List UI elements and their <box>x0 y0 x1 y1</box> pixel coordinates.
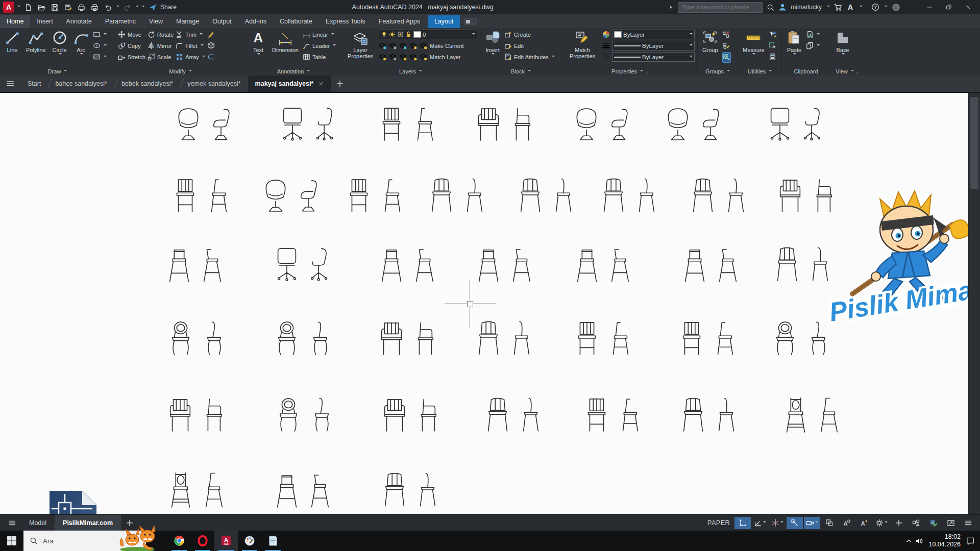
chair-block-arm[interactable] <box>377 319 436 359</box>
panel-label-properties[interactable]: Properties⌟ <box>562 67 697 76</box>
chair-block-stool[interactable] <box>680 245 739 285</box>
explode-button[interactable] <box>207 41 215 51</box>
ellipse-button[interactable] <box>93 41 107 51</box>
search-expand-caret-icon[interactable] <box>669 5 674 10</box>
plot-button[interactable] <box>76 2 87 13</box>
arc-button[interactable]: Arc <box>71 30 91 67</box>
layer-lock-icon[interactable] <box>409 42 417 49</box>
layer-freeze2-icon[interactable] <box>399 53 407 61</box>
ribbon-tab-layout[interactable]: Layout <box>428 15 460 28</box>
taskbar-app-autocad[interactable]: ACAD <box>214 531 238 551</box>
table-button[interactable]: Table <box>303 52 336 62</box>
start-button[interactable] <box>0 531 23 551</box>
user-avatar-icon[interactable] <box>778 3 787 11</box>
panel-label-draw[interactable]: Draw <box>0 67 115 76</box>
chair-block-stool[interactable] <box>572 245 631 285</box>
chair-block-slat[interactable] <box>474 319 533 359</box>
linear-button[interactable]: Linear <box>303 30 336 39</box>
help-icon[interactable]: ? <box>871 3 879 11</box>
share-label[interactable]: Share <box>160 4 177 11</box>
chair-block-stool[interactable] <box>164 245 224 285</box>
quick-calculator-button[interactable] <box>769 52 776 62</box>
layer-unisolate-icon[interactable] <box>389 42 397 49</box>
workspace-plus-button[interactable] <box>891 517 907 529</box>
copy-clip-button[interactable] <box>806 41 820 51</box>
autodesk-a-icon[interactable]: A <box>846 3 854 11</box>
ribbon-tab-view[interactable]: View <box>142 15 169 28</box>
taskbar-app-opera[interactable] <box>191 531 214 551</box>
ribbon-tab-featured-apps[interactable]: Featured Apps <box>372 15 427 28</box>
username-label[interactable]: mimarlucky <box>791 4 822 11</box>
edit-block-button[interactable]: Edit <box>504 41 555 51</box>
panel-label-block[interactable]: Block <box>480 67 561 76</box>
hatch-button[interactable] <box>93 52 107 62</box>
new-file-button[interactable] <box>22 2 34 13</box>
fillet-button[interactable]: Fillet <box>176 41 205 51</box>
view-expander-icon[interactable]: ⌟ <box>856 68 859 74</box>
chair-block-stool[interactable] <box>272 470 331 510</box>
chair-block-shell[interactable] <box>174 105 233 144</box>
chair-block-slat[interactable] <box>678 395 738 435</box>
chair-block-orn[interactable] <box>274 395 333 435</box>
chair-block-square[interactable] <box>582 395 641 435</box>
minimize-button[interactable] <box>922 1 937 13</box>
chair-block-square[interactable] <box>677 319 736 359</box>
rotate-button[interactable]: Rotate <box>148 30 174 39</box>
chair-block-orn[interactable] <box>770 319 829 359</box>
chair-block-arm[interactable] <box>380 395 439 435</box>
polar-tracking-toggle[interactable] <box>752 517 768 529</box>
base-button[interactable]: Base <box>833 30 852 67</box>
rectangle-button[interactable] <box>93 30 107 39</box>
file-tab-yemek-sandalyesi-[interactable]: yemek sandalyesi* <box>180 76 248 92</box>
ribbon-tab-manage[interactable]: Manage <box>169 15 206 28</box>
stretch-button[interactable]: Stretch <box>118 52 145 62</box>
save-button[interactable] <box>49 2 60 13</box>
open-file-button[interactable] <box>36 2 47 13</box>
chair-block-square[interactable] <box>377 105 436 144</box>
ribbon-tab-home[interactable]: Home <box>0 15 30 28</box>
edit-attributes-button[interactable]: Edit Attributes <box>504 52 555 62</box>
help-search-input[interactable] <box>678 2 763 13</box>
layer-freeze-icon[interactable] <box>399 42 407 49</box>
layer-select[interactable]: 0 <box>379 30 477 39</box>
layer-lock2-icon[interactable] <box>409 53 417 61</box>
dimension-button[interactable]: Dimension <box>270 30 301 67</box>
qat-customize-caret-icon[interactable] <box>142 6 145 9</box>
panel-label-view[interactable]: View⌟ <box>830 67 864 76</box>
panel-label-clipboard[interactable]: Clipboard <box>782 67 830 76</box>
print-button[interactable] <box>89 2 100 13</box>
layout-tab-model[interactable]: Model <box>21 515 55 531</box>
restore-button[interactable] <box>941 1 957 13</box>
ribbon-tab-express-tools[interactable]: Express Tools <box>319 15 372 28</box>
file-tab-bebek-sandalyesi-[interactable]: bebek sandalyesi* <box>114 76 180 92</box>
make-current-icon[interactable] <box>420 42 427 49</box>
linetype-select[interactable]: ByLayer <box>612 52 695 62</box>
redo-caret-icon[interactable] <box>136 6 139 9</box>
selection-cycling-toggle[interactable] <box>821 517 838 529</box>
chair-block-slat[interactable] <box>380 470 439 510</box>
file-tab-menu-button[interactable] <box>0 76 20 92</box>
chair-block-slat[interactable] <box>599 176 658 216</box>
isometric-drafting-toggle[interactable] <box>769 517 786 529</box>
taskbar-app-notepad[interactable] <box>261 531 285 551</box>
select-similar-button[interactable] <box>769 41 776 51</box>
array-button[interactable]: Array <box>176 52 205 62</box>
chair-block-arm[interactable] <box>775 176 835 216</box>
paste-button[interactable]: Paste <box>785 30 804 67</box>
annotation-autoscale-toggle[interactable]: A <box>856 517 872 529</box>
clean-screen-toggle[interactable] <box>943 517 959 529</box>
drawing-canvas[interactable]: .dwg DOWNLOAD <box>0 93 980 514</box>
chair-block-shell[interactable] <box>572 105 631 144</box>
match-layer-button[interactable]: Match Layer <box>430 52 461 62</box>
panel-label-layers[interactable]: Layers <box>341 67 480 76</box>
ribbon-tab-parametric[interactable]: Parametric <box>99 15 142 28</box>
panel-label-utilities[interactable]: Utilities <box>738 67 781 76</box>
layer-off-icon[interactable] <box>379 53 386 61</box>
panel-label-annotation[interactable]: Annotation <box>246 67 341 76</box>
search-icon[interactable] <box>767 4 774 11</box>
chair-block-office[interactable] <box>765 105 824 144</box>
tray-chevron-icon[interactable] <box>905 537 913 545</box>
chair-block-square[interactable] <box>572 319 631 359</box>
match-properties-button[interactable]: Match Properties <box>565 30 600 67</box>
undo-button[interactable] <box>102 2 113 13</box>
